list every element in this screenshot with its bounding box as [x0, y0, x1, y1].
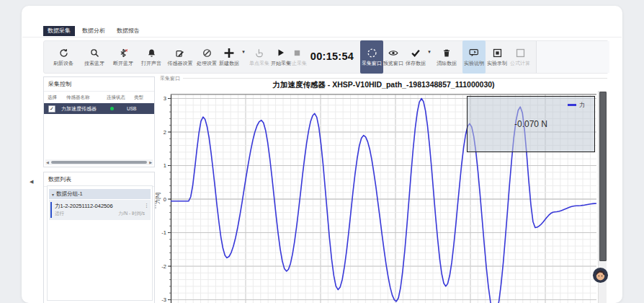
item-axes-label: 力/N - 时间/s: [118, 211, 145, 217]
toolbar-label: 传感器设置: [168, 60, 193, 67]
scroll-right-icon[interactable]: ▶: [148, 160, 153, 164]
app-screen: 数据采集 数据分析 数据报告 刷新设备 搜索蓝牙 断开蓝牙 打开声音 传感器设置…: [0, 0, 644, 303]
data-list-panel: 数据列表 ▾ 数据分组-1 力1-2-20251112-042506 ⋮ 运行 …: [43, 172, 155, 303]
status-dot: [110, 107, 114, 110]
bell-icon: [147, 48, 156, 58]
trash-icon: [442, 48, 451, 58]
panel-title: 数据列表: [44, 172, 154, 187]
tab-data-collect[interactable]: 数据采集: [43, 26, 75, 36]
check-icon: [411, 48, 421, 58]
preview-window-button[interactable]: 预览窗口: [383, 40, 403, 74]
experiment-notes-button[interactable]: 实验说明: [462, 40, 486, 74]
toolbar-label: 断开蓝牙: [113, 60, 133, 67]
data-group-row[interactable]: ▾ 数据分组-1: [49, 189, 151, 199]
toolbar-label: 实验说明: [464, 60, 484, 67]
legend-series-label: 力: [579, 101, 585, 109]
stop-icon: [293, 48, 301, 58]
toolbar-label: 打开声音: [141, 60, 161, 67]
sensor-table-header: 选择 传感器名称 连接状态 类型: [44, 92, 154, 103]
toolbar-label: 单点采集: [249, 60, 269, 67]
tabbar-divider: [22, 37, 622, 38]
chart-title: 力加速度传感器 - XHSP-V10HID_path_-1981348857_1…: [171, 80, 596, 90]
refresh-icon: [59, 48, 68, 58]
search-icon: [90, 48, 99, 58]
sidebar-collapse-arrow-icon[interactable]: ◀: [30, 179, 33, 185]
toolbar-label: 保存数据: [406, 60, 426, 67]
clear-data-button[interactable]: 清除数据: [437, 40, 457, 74]
item-title: 力1-2-20251112-042506: [55, 203, 113, 210]
sensor-name: 力加速度传感器: [61, 105, 103, 113]
toolbar-label: 清除数据: [437, 60, 457, 67]
new-data-button[interactable]: 新建数据: [219, 40, 239, 74]
main-tabbar: 数据采集 数据分析 数据报告: [43, 26, 144, 36]
formula-calc-button[interactable]: 公式计算: [510, 40, 530, 74]
tab-data-analysis[interactable]: 数据分析: [78, 26, 109, 36]
group-divider: [183, 78, 607, 79]
sensor-checkbox[interactable]: ✓: [48, 105, 55, 113]
item-status: 运行: [55, 211, 64, 217]
toolbar-right-section: [536, 41, 609, 73]
y-axis-label: 力[N]: [154, 184, 161, 213]
save-data-button[interactable]: 保存数据: [406, 40, 426, 74]
chat-bubble-icon: [469, 48, 479, 58]
refresh-device-button[interactable]: 刷新设备: [53, 40, 73, 74]
svg-text:3: 3: [164, 95, 166, 102]
collect-window-button[interactable]: 采集窗口: [360, 40, 383, 74]
toolbar-label: 实验录制: [487, 60, 507, 67]
col-sensor-name: 传感器名称: [66, 95, 107, 101]
dashed-circle-icon: [367, 48, 377, 58]
toolbar-label: 处理设置: [197, 60, 217, 67]
item-menu-icon[interactable]: ⋮: [144, 203, 149, 208]
sensor-settings-button[interactable]: 传感器设置: [168, 40, 193, 74]
col-select: 选择: [44, 95, 66, 101]
toolbar-label: 刷新设备: [53, 60, 73, 67]
plus-icon: [223, 48, 235, 58]
data-list-item[interactable]: 力1-2-20251112-042506 ⋮ 运行 力/N - 时间/s: [49, 200, 151, 220]
svg-text:2: 2: [164, 129, 166, 136]
screen-record-icon: [493, 48, 502, 58]
save-data-caret-icon[interactable]: ▾: [428, 49, 431, 55]
legend-line-swatch: [568, 104, 576, 106]
svg-text:-3: -3: [161, 297, 166, 303]
sound-on-button[interactable]: 打开声音: [141, 40, 161, 74]
svg-text:0: 0: [164, 196, 166, 203]
toolbar-label: 预览窗口: [383, 60, 403, 67]
item-accent-bar: [50, 202, 52, 218]
svg-text:-2: -2: [161, 263, 166, 270]
svg-text:1: 1: [164, 162, 166, 169]
single-point-collect-button[interactable]: 单点采集: [249, 40, 269, 74]
play-icon: [277, 48, 285, 58]
process-settings-icon: [202, 48, 212, 58]
process-settings-button[interactable]: 处理设置: [197, 40, 217, 74]
vscroll-thumb[interactable]: [599, 92, 607, 261]
experiment-record-button[interactable]: 实验录制: [487, 40, 507, 74]
toolbar-label: 公式计算: [510, 60, 530, 67]
support-avatar-button[interactable]: [592, 267, 609, 286]
sensor-type: USB: [127, 106, 136, 111]
search-bluetooth-button[interactable]: 搜索蓝牙: [84, 40, 104, 74]
col-connection-status: 连接状态: [107, 95, 134, 101]
toolbar-label: 采集窗口: [362, 60, 382, 67]
toolbar-label: 新建数据: [219, 60, 239, 67]
tab-data-report[interactable]: 数据报告: [112, 26, 144, 36]
panel-title: 采集控制: [44, 77, 154, 92]
stop-collect-button[interactable]: 停止采集: [287, 40, 307, 74]
disconnect-bluetooth-button[interactable]: 断开蓝牙: [113, 40, 133, 74]
formula-icon: [516, 48, 525, 58]
readout-value: -0.070 N: [514, 119, 547, 129]
toolbar-label: 停止采集: [287, 60, 307, 67]
sensor-settings-icon: [176, 48, 185, 58]
toolbar-label: 搜索蓝牙: [84, 60, 104, 67]
collection-timer: 00:15:54: [311, 40, 353, 72]
scroll-left-icon[interactable]: ◀: [45, 160, 50, 164]
new-data-caret-icon[interactable]: ▾: [242, 49, 245, 55]
svg-text:-1: -1: [161, 229, 166, 236]
bluetooth-off-icon: [119, 48, 128, 58]
sensor-table-hscrollbar[interactable]: ◀ ▶: [45, 159, 153, 165]
data-list-box: ▾ 数据分组-1 力1-2-20251112-042506 ⋮ 运行 力/N -…: [47, 185, 153, 301]
group-caret-icon[interactable]: ▾: [52, 192, 54, 197]
hscroll-thumb[interactable]: [51, 161, 147, 164]
col-type: 类型: [134, 95, 143, 101]
chart-legend: 力: [568, 101, 585, 109]
sensor-row[interactable]: ✓ 力加速度传感器 USB: [44, 103, 154, 114]
